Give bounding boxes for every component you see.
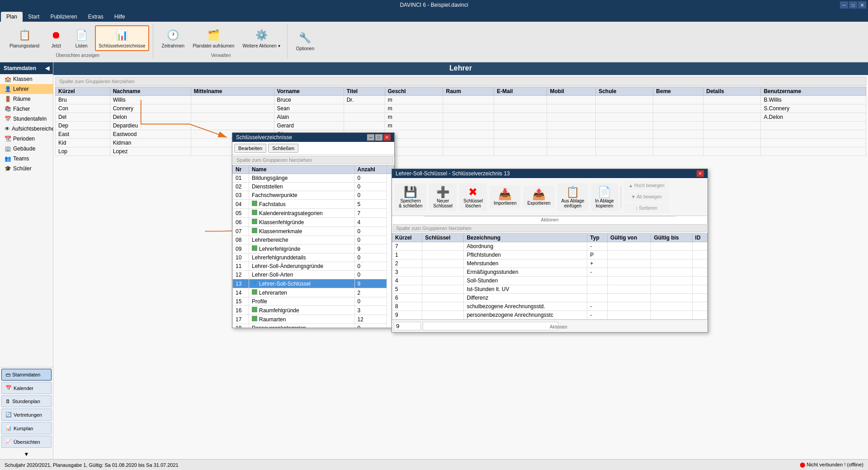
- list-item[interactable]: 3Ermäßigungsstunden-: [392, 268, 708, 277]
- list-item[interactable]: 09Lehrerfehlgründe9: [233, 244, 394, 254]
- list-item[interactable]: 6Differenz: [392, 294, 708, 302]
- sidebar-item-klassen[interactable]: 🏫 Klassen: [0, 74, 53, 84]
- ab-bewegen-btn[interactable]: ▼ Ab bewegen: [624, 192, 669, 202]
- list-item[interactable]: 17Raumarten12: [233, 315, 394, 324]
- list-item[interactable]: 8schulbezogene Anrechnungsstd.-: [392, 302, 708, 311]
- schluessel-maximize[interactable]: □: [375, 134, 382, 141]
- schluessel-list[interactable]: Nr Name Anzahl 01Bildungsgänge002Diensts…: [232, 165, 394, 328]
- soll-dialog[interactable]: Lehrer-Soll-Schlüssel - Schlüsselverzeic…: [392, 169, 708, 333]
- schluessel-tbody: 01Bildungsgänge002Dienststellen003Fachsc…: [233, 174, 394, 328]
- exportieren-btn[interactable]: 📤 Exportieren: [523, 186, 554, 208]
- table-cell: [191, 122, 274, 130]
- table-row[interactable]: BruWillisBruceDr.mB.Willis: [56, 96, 866, 104]
- listen-icon: 📄: [74, 28, 89, 42]
- table-cell: Lopez: [110, 147, 191, 156]
- tab-extras[interactable]: Extras: [83, 12, 109, 22]
- schluessel-button[interactable]: 📊 Schlüssel­verzeichnisse: [95, 25, 149, 51]
- list-item[interactable]: 1PflichtstundenP: [392, 251, 708, 259]
- list-item[interactable]: 08Lehrerbereiche0: [233, 236, 394, 244]
- sidebar-item-stundentafeln[interactable]: 📅 Stundentafeln: [0, 114, 53, 124]
- nav-scroll-down[interactable]: ▼: [0, 449, 53, 459]
- jetzt-button[interactable]: ⏺ Jetzt: [44, 26, 68, 51]
- list-item[interactable]: 05Kalendereintragsategorien7: [233, 209, 394, 218]
- table-row[interactable]: EastEastwoodClintm: [56, 130, 866, 139]
- in-ablage-btn[interactable]: 📄 In Ablagekopieren: [591, 183, 618, 211]
- schluessel-loeschen-btn[interactable]: ✖ Schlüssellöschen: [459, 183, 487, 211]
- list-item[interactable]: 10Lehrerfehlgrunddetails0: [233, 254, 394, 262]
- sidebar-item-faecher[interactable]: 📚 Fächer: [0, 104, 53, 114]
- list-item[interactable]: 06Klassenfehlgründe4: [233, 218, 394, 227]
- section-kursplan[interactable]: 📊 Kursplan: [1, 422, 52, 434]
- schluessel-close[interactable]: ✕: [383, 134, 391, 141]
- sidebar-item-raeume[interactable]: 🚪 Räume: [0, 94, 53, 104]
- list-item[interactable]: 01Bildungsgänge0: [233, 174, 394, 183]
- table-row[interactable]: KidKidmanNicolew: [56, 139, 866, 147]
- list-item[interactable]: 4Soll-Stunden: [392, 277, 708, 285]
- optionen-button[interactable]: 🔧 Optionen: [293, 28, 318, 53]
- list-item[interactable]: 07Klassenmerkmale0: [233, 227, 394, 236]
- list-item[interactable]: 12Lehrer-Soll-Arten0: [233, 271, 394, 279]
- tab-hilfe[interactable]: Hilfe: [109, 12, 131, 22]
- soll-footer-input[interactable]: [394, 322, 421, 330]
- bearbeiten-button[interactable]: Bearbeiten: [234, 144, 266, 153]
- table-row[interactable]: DepDepardieuGerardm: [56, 122, 866, 130]
- sidebar-item-aufsichtsbereiche[interactable]: 👁 Aufsichtsbereiche: [0, 124, 53, 134]
- section-uebersichten[interactable]: 📈 Übersichten: [1, 436, 52, 448]
- hoch-bewegen-btn[interactable]: ▲ Hoch bewegen: [624, 181, 669, 190]
- list-item[interactable]: 15Profile0: [233, 297, 394, 306]
- table-cell: m: [385, 122, 443, 130]
- list-item[interactable]: 7Abordnung-: [392, 242, 708, 251]
- sortieren-btn[interactable]: ↕ Sortieren: [624, 203, 669, 213]
- neuer-schluessel-btn[interactable]: ➕ NeuerSchlüssel: [429, 183, 457, 211]
- table-cell: [547, 130, 596, 139]
- soll-close[interactable]: ✕: [697, 170, 704, 177]
- sidebar-item-teams[interactable]: 👥 Teams: [0, 154, 53, 164]
- list-item[interactable]: 2Mehrstunden+: [392, 259, 708, 268]
- tab-publizieren[interactable]: Publizieren: [45, 12, 82, 22]
- col-beme: Beme: [653, 87, 703, 96]
- maximize-button[interactable]: □: [849, 1, 857, 9]
- table-row[interactable]: LopLopezJenniferw: [56, 147, 866, 156]
- sidebar-item-perioden[interactable]: 📆 Perioden: [0, 134, 53, 144]
- listen-button[interactable]: 📄 Listen: [70, 26, 93, 51]
- list-item[interactable]: 02Dienststellen0: [233, 183, 394, 191]
- speichern-btn[interactable]: 💾 Speichern& schließen: [395, 183, 426, 211]
- weitere-button[interactable]: ⚙️ Weitere Aktionen ▾: [239, 26, 283, 51]
- section-stundenplan[interactable]: 🗓 Stundenplan: [1, 395, 52, 407]
- planungsstand-button[interactable]: 📋 Planungsstand: [6, 26, 42, 51]
- sidebar-item-gebaeude[interactable]: 🏢 Gebäude: [0, 144, 53, 154]
- schluessel-anzahl: 12: [354, 315, 387, 324]
- table-row[interactable]: DelDelonAlainmA.Delon: [56, 113, 866, 122]
- nav-collapse-icon[interactable]: ◀: [45, 65, 49, 71]
- importieren-btn[interactable]: 📥 Importieren: [490, 186, 521, 208]
- list-item[interactable]: 18Ressourcenkategorien0: [233, 324, 394, 328]
- section-stammdaten[interactable]: 🗃 Stammdaten: [1, 369, 52, 381]
- table-row[interactable]: ConConnerySeanmS.Connery: [56, 104, 866, 113]
- tab-plan[interactable]: Plan: [1, 12, 23, 22]
- schluessel-minimize[interactable]: ─: [367, 134, 374, 141]
- sidebar-item-lehrer[interactable]: 👤 Lehrer: [0, 84, 53, 94]
- list-item[interactable]: 04Fachstatus5: [233, 200, 394, 209]
- plandatei-button[interactable]: 🗂️ Plandatei aufräumen: [189, 26, 237, 51]
- list-item[interactable]: 16Raumfehlgründe3: [233, 306, 394, 315]
- soll-footer-input2[interactable]: [423, 322, 558, 330]
- section-kalender[interactable]: 📅 Kalender: [1, 382, 52, 394]
- tab-start[interactable]: Start: [23, 12, 45, 22]
- zeitrahmen-button[interactable]: 🕐 Zeitrahmen: [159, 26, 188, 51]
- section-vertretungen[interactable]: 🔄 Vertretungen: [1, 409, 52, 421]
- list-item[interactable]: 5Ist-Stunden lt. UV: [392, 285, 708, 294]
- schluessel-dialog[interactable]: Schlüsselverzeichnisse ─ □ ✕ Bearbeiten …: [232, 132, 395, 328]
- list-item[interactable]: 9personenbezogene Anrechnungsstc-: [392, 311, 708, 320]
- sidebar-item-schueler[interactable]: 🎓 Schüler: [0, 164, 53, 174]
- schluessel-anzahl: 0: [354, 324, 387, 328]
- col-mittelname: Mittelname: [191, 87, 274, 96]
- list-item[interactable]: 11Lehrer-Soll-Änderungsgründe0: [233, 262, 394, 271]
- aus-ablage-btn[interactable]: 📋 Aus Ablageeinfügen: [557, 183, 589, 211]
- schluessel-nr: 02: [233, 183, 249, 191]
- list-item[interactable]: 03Fachschwerpunkte0: [233, 191, 394, 200]
- minimize-button[interactable]: ─: [840, 1, 848, 9]
- list-item[interactable]: 13Lehrer-Soll-Schlüssel9: [233, 279, 394, 288]
- list-item[interactable]: 14Lehrerarten2: [233, 288, 394, 297]
- schliessen-button[interactable]: Schließen: [268, 144, 298, 153]
- close-button[interactable]: ✕: [858, 1, 866, 9]
